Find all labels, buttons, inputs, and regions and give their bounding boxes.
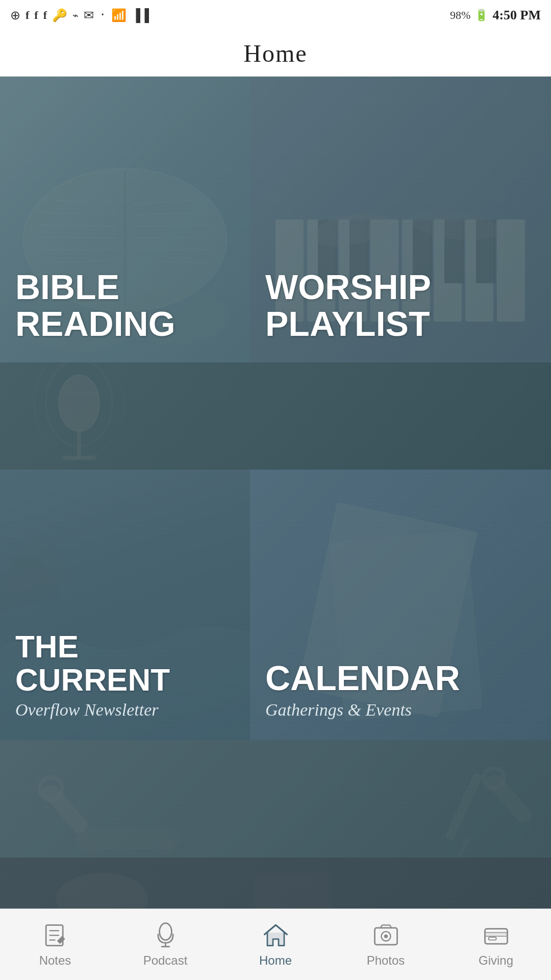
home-nav-label: Home [259, 953, 292, 968]
podcast-icon [152, 921, 180, 949]
svg-rect-71 [485, 933, 507, 936]
worship-content: WORSHIP PLAYLIST [250, 77, 551, 362]
page-header: Home [0, 31, 551, 77]
status-bar: ⊕ f f f 🔑 ⌁ ✉ ᛫ 📶 ▐▐ 98% 🔋 4:50 PM [0, 0, 551, 31]
email-icon: ✉ [84, 8, 94, 22]
battery-icon: 🔋 [474, 9, 488, 22]
podcast-nav-label: Podcast [143, 953, 188, 968]
bottom-navigation: Notes Podcast Home Photos [0, 909, 551, 980]
main-content: BIBLE READING [0, 77, 551, 934]
status-time: 4:50 PM [492, 8, 541, 23]
top-row: BIBLE READING [0, 77, 551, 362]
svg-point-64 [159, 923, 171, 940]
plus-icon: ⊕ [10, 8, 20, 22]
bible-reading-title: BIBLE READING [15, 269, 235, 342]
key-icon: 🔑 [52, 8, 67, 22]
bluetooth-icon: ᛫ [99, 9, 106, 22]
resources-row: RESOURCES [0, 740, 551, 857]
page-title: Home [243, 39, 307, 67]
giving-label: Giving [479, 953, 513, 968]
notes-label: Notes [39, 953, 71, 968]
bible-content: BIBLE READING [0, 77, 250, 362]
resources-overlay [0, 740, 551, 857]
podcast-tile[interactable]: PODCAST Weekly Messages [0, 362, 551, 470]
nav-item-podcast[interactable]: Podcast [110, 916, 220, 973]
the-current-tile[interactable]: THE CURRENT Overflow Newsletter [0, 470, 250, 740]
calendar-title: CALENDAR [265, 660, 536, 696]
usb-icon: ⌁ [72, 9, 79, 21]
status-right: 98% 🔋 4:50 PM [450, 8, 541, 23]
nav-item-notes[interactable]: Notes [0, 916, 110, 973]
worship-playlist-title: WORSHIP PLAYLIST [265, 269, 536, 342]
the-current-title: THE CURRENT [15, 630, 235, 696]
calendar-content: CALENDAR Gatherings & Events [250, 470, 551, 740]
signal-icon: ▐▐ [132, 9, 149, 22]
calendar-subtitle: Gatherings & Events [265, 700, 536, 720]
facebook-icon-2: f [34, 9, 38, 22]
wifi-icon: 📶 [111, 8, 127, 22]
bible-reading-tile[interactable]: BIBLE READING [0, 77, 250, 362]
podcast-row: PODCAST Weekly Messages [0, 362, 551, 470]
giving-icon [482, 921, 510, 949]
facebook-icon-1: f [26, 9, 29, 22]
photos-icon [372, 921, 400, 949]
current-subtitle: Overflow Newsletter [15, 700, 235, 720]
photos-label: Photos [367, 953, 405, 968]
svg-point-69 [384, 935, 387, 938]
calendar-tile[interactable]: CALENDAR Gatherings & Events [250, 470, 551, 740]
current-content: THE CURRENT Overflow Newsletter [0, 470, 250, 740]
worship-playlist-tile[interactable]: WORSHIP PLAYLIST [250, 77, 551, 362]
svg-rect-72 [488, 937, 496, 940]
battery-percent: 98% [450, 9, 470, 22]
notes-icon [41, 921, 69, 949]
nav-item-giving[interactable]: Giving [441, 916, 551, 973]
nav-item-photos[interactable]: Photos [331, 916, 441, 973]
nav-item-home[interactable]: Home [220, 916, 331, 973]
facebook-icon-3: f [43, 9, 47, 22]
resources-tile[interactable]: RESOURCES [0, 740, 551, 857]
home-icon [262, 921, 290, 949]
podcast-overlay [0, 362, 551, 470]
middle-row: THE CURRENT Overflow Newsletter [0, 470, 551, 740]
status-icons-left: ⊕ f f f 🔑 ⌁ ✉ ᛫ 📶 ▐▐ [10, 8, 149, 22]
